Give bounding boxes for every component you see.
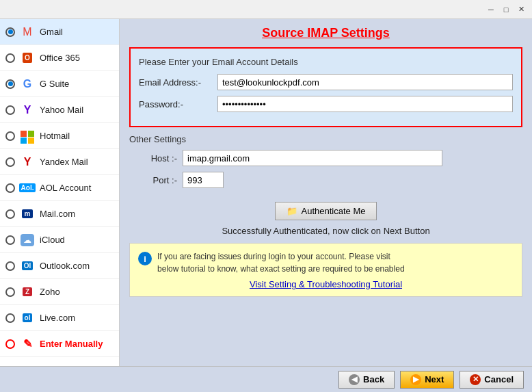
sidebar-item-office365[interactable]: O Office 365 — [0, 45, 119, 71]
gmail-icon: M — [19, 24, 36, 40]
radio-mailcom — [5, 209, 15, 219]
manual-icon: ✎ — [19, 336, 36, 352]
sidebar-item-manual[interactable]: ✎ Enter Manually — [0, 331, 119, 357]
sidebar-item-yandex[interactable]: Y Yandex Mail — [0, 149, 119, 175]
password-row: Password:- — [139, 96, 513, 112]
sidebar-label-yahoo: Yahoo Mail — [40, 105, 83, 115]
sidebar-item-gsuite[interactable]: G G Suite — [0, 71, 119, 97]
radio-manual — [5, 339, 15, 349]
info-row: i If you are facing issues during login … — [138, 250, 405, 275]
back-icon: ◀ — [349, 374, 360, 385]
svg-rect-3 — [28, 138, 34, 144]
email-input[interactable] — [217, 74, 513, 90]
svg-rect-1 — [28, 131, 34, 137]
gsuite-icon: G — [19, 76, 36, 92]
close-button[interactable]: ✕ — [514, 3, 528, 16]
radio-gmail — [5, 27, 15, 37]
yahoo-icon: Y — [19, 102, 36, 118]
cancel-icon: ✕ — [470, 374, 481, 385]
svg-rect-2 — [21, 138, 27, 144]
icloud-icon: ☁ — [19, 232, 36, 248]
sidebar-item-outlook[interactable]: Ol Outlook.com — [0, 253, 119, 279]
authenticate-button[interactable]: 📁 Authenticate Me — [275, 202, 377, 220]
cancel-button[interactable]: ✕ Cancel — [460, 371, 524, 389]
auth-btn-row: 📁 Authenticate Me — [129, 202, 522, 220]
radio-yahoo — [5, 105, 15, 115]
sidebar-label-icloud: iCloud — [40, 235, 65, 245]
next-icon: ▶ — [410, 374, 421, 385]
mailcom-icon: m — [19, 206, 36, 222]
other-settings-title: Other Settings — [129, 134, 522, 144]
bottom-bar: ◀ Back ▶ Next ✕ Cancel — [0, 366, 532, 392]
svg-rect-0 — [21, 131, 27, 137]
info-text-line1: If you are facing issues during login to… — [157, 252, 390, 261]
sidebar-item-icloud[interactable]: ☁ iCloud — [0, 227, 119, 253]
outlook-icon: Ol — [19, 258, 36, 274]
back-label: Back — [363, 374, 384, 384]
host-label: Host :- — [129, 153, 177, 164]
office365-icon: O — [19, 50, 36, 66]
live-icon: ol — [19, 310, 36, 326]
sidebar-label-gmail: Gmail — [40, 27, 63, 37]
back-button[interactable]: ◀ Back — [338, 371, 395, 389]
sidebar-item-hotmail[interactable]: Hotmail — [0, 123, 119, 149]
info-box: i If you are facing issues during login … — [129, 243, 522, 297]
info-text-line2: below tutorial to know, what exact setti… — [157, 264, 405, 274]
sidebar-label-mailcom: Mail.com — [40, 209, 75, 219]
radio-hotmail — [5, 131, 15, 141]
radio-aol — [5, 183, 15, 193]
minimize-button[interactable]: ─ — [484, 3, 498, 16]
auth-btn-icon: 📁 — [287, 206, 297, 216]
email-row: Email Address:- — [139, 74, 513, 90]
content-area: Source IMAP Settings Please Enter your E… — [120, 19, 532, 366]
tutorial-link[interactable]: Visit Setting & Troubleshooting Tutorial — [138, 279, 514, 289]
sidebar-item-mailcom[interactable]: m Mail.com — [0, 201, 119, 227]
email-label: Email Address:- — [139, 77, 217, 88]
port-label: Port :- — [129, 175, 177, 185]
zoho-icon: Z — [19, 284, 36, 300]
sidebar: M Gmail O Office 365 G G Suite Y Yahoo M… — [0, 19, 120, 366]
radio-office365 — [5, 53, 15, 63]
sidebar-label-zoho: Zoho — [40, 287, 60, 297]
sidebar-label-outlook: Outlook.com — [40, 261, 90, 271]
info-text: If you are facing issues during login to… — [157, 250, 405, 275]
radio-zoho — [5, 287, 15, 297]
password-label: Password:- — [139, 99, 217, 109]
maximize-button[interactable]: □ — [499, 3, 513, 16]
sidebar-label-manual: Enter Manually — [40, 339, 103, 349]
next-label: Next — [425, 374, 444, 384]
sidebar-item-gmail[interactable]: M Gmail — [0, 19, 119, 45]
radio-outlook — [5, 261, 15, 271]
sidebar-item-live[interactable]: ol Live.com — [0, 305, 119, 331]
radio-live — [5, 313, 15, 323]
main-layout: M Gmail O Office 365 G G Suite Y Yahoo M… — [0, 19, 532, 366]
info-icon: i — [138, 252, 152, 265]
next-button[interactable]: ▶ Next — [400, 371, 454, 389]
password-input[interactable] — [217, 96, 513, 112]
radio-icloud — [5, 235, 15, 245]
host-row: Host :- — [129, 150, 522, 166]
cancel-label: Cancel — [484, 374, 514, 384]
page-title: Source IMAP Settings — [129, 26, 522, 40]
sidebar-item-zoho[interactable]: Z Zoho — [0, 279, 119, 305]
radio-gsuite — [5, 79, 15, 89]
sidebar-label-office365: Office 365 — [40, 53, 80, 63]
host-input[interactable] — [183, 150, 442, 166]
port-input[interactable] — [183, 172, 224, 188]
sidebar-label-live: Live.com — [40, 313, 75, 323]
yandex-icon: Y — [19, 154, 36, 170]
sidebar-label-hotmail: Hotmail — [40, 131, 70, 141]
sidebar-label-yandex: Yandex Mail — [40, 157, 88, 167]
sidebar-item-aol[interactable]: Aol. AOL Account — [0, 175, 119, 201]
sidebar-label-aol: AOL Account — [40, 183, 91, 193]
sidebar-label-gsuite: G Suite — [40, 79, 69, 89]
port-row: Port :- — [129, 172, 522, 188]
auth-btn-label: Authenticate Me — [302, 206, 366, 216]
email-details-box: Please Enter your Email Account Details … — [129, 47, 522, 127]
hotmail-icon — [19, 128, 36, 144]
radio-yandex — [5, 157, 15, 167]
email-details-title: Please Enter your Email Account Details — [139, 57, 513, 67]
success-text: Successfully Authenticated, now click on… — [129, 226, 522, 236]
title-bar: ─ □ ✕ — [0, 0, 532, 19]
sidebar-item-yahoo[interactable]: Y Yahoo Mail — [0, 97, 119, 123]
